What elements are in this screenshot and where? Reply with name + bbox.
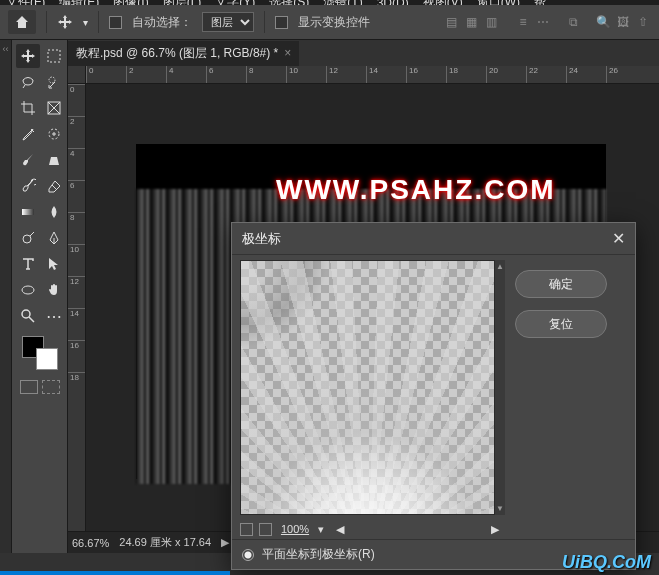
move-tool-icon [57, 14, 73, 30]
gradient-tool[interactable] [16, 200, 40, 224]
ok-button[interactable]: 确定 [515, 270, 607, 298]
marquee-tool[interactable] [42, 44, 66, 68]
menu-select[interactable]: 选择(S) [269, 0, 309, 5]
ruler-tick: 12 [68, 276, 85, 308]
distribute-icon-2[interactable]: ⋯ [535, 14, 551, 30]
background-swatch[interactable] [36, 348, 58, 370]
document-tabs: 教程.psd @ 66.7% (图层 1, RGB/8#) * × [68, 40, 659, 66]
scroll-right-icon[interactable]: ▶ [491, 523, 499, 536]
ruler-tick: 2 [126, 66, 166, 83]
menu-help[interactable]: 帮 [534, 0, 546, 5]
clone-tool[interactable] [42, 148, 66, 172]
radio-label: 平面坐标到极坐标(R) [262, 546, 375, 563]
show-transform-checkbox[interactable] [275, 16, 288, 29]
polar-coordinates-dialog: 极坐标 ✕ ▲▼ 100% ▾ ◀ ▶ 确 [231, 222, 636, 570]
menu-image[interactable]: 图像(I) [113, 0, 148, 5]
options-bar: ▾ 自动选择： 图层 显示变换控件 ▤ ▦ ▥ ≡ ⋯ ⧉ 🔍 🖼 ⇧ [0, 5, 659, 40]
dodge-tool[interactable] [16, 226, 40, 250]
divider [46, 11, 47, 33]
blur-tool[interactable] [42, 200, 66, 224]
path-select-tool[interactable] [42, 252, 66, 276]
zoom-tool[interactable] [16, 304, 40, 328]
menu-edit[interactable]: 编辑(E) [59, 0, 99, 5]
align-right-icon[interactable]: ▥ [483, 14, 499, 30]
menu-file[interactable]: 文件(F) [6, 0, 45, 5]
spacer [503, 14, 511, 30]
frame-tool[interactable] [42, 96, 66, 120]
auto-select-checkbox[interactable] [109, 16, 122, 29]
ruler-tick: 16 [68, 340, 85, 372]
align-center-icon[interactable]: ▦ [463, 14, 479, 30]
status-arrow-icon[interactable]: ▶ [221, 536, 229, 549]
lasso-tool[interactable] [16, 70, 40, 94]
history-brush-tool[interactable] [16, 174, 40, 198]
filter-preview[interactable] [240, 260, 495, 515]
svg-rect-0 [48, 50, 60, 62]
divider [264, 11, 265, 33]
radio-rect-to-polar[interactable] [242, 549, 254, 561]
reset-button[interactable]: 复位 [515, 310, 607, 338]
menu-filter[interactable]: 滤镜(T) [323, 0, 362, 5]
auto-select-label: 自动选择： [132, 14, 192, 31]
picture-icon[interactable]: 🖼 [615, 14, 631, 30]
menu-type[interactable]: 文字(Y) [215, 0, 255, 5]
menu-window[interactable]: 窗口(W) [477, 0, 520, 5]
brush-tool[interactable] [16, 148, 40, 172]
ruler-tick: 14 [366, 66, 406, 83]
vertical-ruler: 0 2 4 6 8 10 12 14 16 18 [68, 84, 86, 531]
healing-tool[interactable] [42, 122, 66, 146]
taskbar-accent [0, 571, 230, 575]
preview-zoom-value[interactable]: 100% [278, 523, 312, 535]
type-tool[interactable] [16, 252, 40, 276]
zoom-dropdown-icon[interactable]: ▾ [318, 523, 324, 536]
shape-tool[interactable] [16, 278, 40, 302]
dropdown-caret[interactable]: ▾ [83, 17, 88, 28]
scroll-left-icon[interactable]: ◀ [336, 523, 344, 536]
close-icon[interactable]: ✕ [612, 229, 625, 248]
toolbox: ⋯ [12, 40, 68, 553]
ruler-tick: 18 [68, 372, 85, 404]
move-tool[interactable] [16, 44, 40, 68]
ruler-tick: 8 [68, 212, 85, 244]
more-tools[interactable]: ⋯ [42, 304, 66, 328]
share-icon[interactable]: ⇧ [635, 14, 651, 30]
horizontal-ruler: 0 2 4 6 8 10 12 14 16 18 20 22 24 26 [68, 66, 659, 84]
preview-toggle-1[interactable] [240, 523, 253, 536]
quickmask-mode-icon[interactable] [42, 380, 60, 394]
distribute-icon[interactable]: ≡ [515, 14, 531, 30]
standard-mode-icon[interactable] [20, 380, 38, 394]
eraser-tool[interactable] [42, 174, 66, 198]
preview-vertical-scroll[interactable]: ▲▼ [495, 260, 505, 515]
ruler-tick: 14 [68, 308, 85, 340]
menu-layer[interactable]: 图层(L) [163, 0, 202, 5]
menu-view[interactable]: 视图(V) [423, 0, 463, 5]
ruler-tick: 4 [68, 148, 85, 180]
ruler-tick: 0 [86, 66, 126, 83]
ruler-tick: 10 [68, 244, 85, 276]
quick-select-tool[interactable] [42, 70, 66, 94]
ruler-tick: 2 [68, 116, 85, 148]
ruler-tick: 8 [246, 66, 286, 83]
eyedropper-tool[interactable] [16, 122, 40, 146]
status-zoom[interactable]: 66.67% [72, 537, 109, 549]
close-tab-icon[interactable]: × [284, 46, 291, 60]
home-button[interactable] [8, 10, 36, 34]
tab-title: 教程.psd @ 66.7% (图层 1, RGB/8#) * [76, 45, 278, 62]
document-tab[interactable]: 教程.psd @ 66.7% (图层 1, RGB/8#) * × [68, 41, 299, 66]
menu-3d[interactable]: 3D(D) [377, 0, 409, 5]
ruler-tick: 10 [286, 66, 326, 83]
overlap-icon[interactable]: ⧉ [565, 14, 581, 30]
search-icon[interactable]: 🔍 [595, 14, 611, 30]
color-swatches[interactable] [16, 336, 63, 376]
pen-tool[interactable] [42, 226, 66, 250]
crop-tool[interactable] [16, 96, 40, 120]
spacer [585, 14, 591, 30]
hand-tool[interactable] [42, 278, 66, 302]
align-left-icon[interactable]: ▤ [443, 14, 459, 30]
auto-select-target[interactable]: 图层 [202, 12, 254, 32]
preview-toggle-2[interactable] [259, 523, 272, 536]
dialog-title: 极坐标 [242, 230, 281, 248]
ruler-tick: 22 [526, 66, 566, 83]
svg-rect-4 [22, 209, 34, 215]
panel-collapse-handle[interactable]: ‹‹ [0, 40, 12, 553]
